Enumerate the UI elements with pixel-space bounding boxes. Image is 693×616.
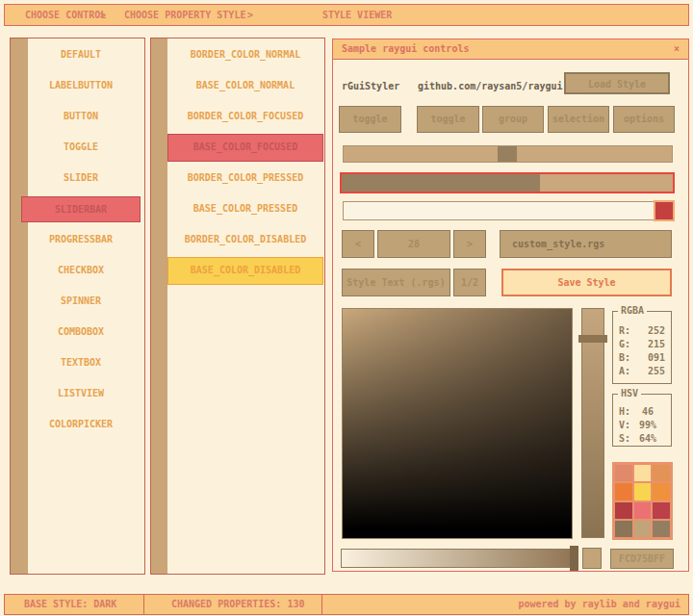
property-item-base-color-pressed[interactable]: BASE_COLOR_PRESSED — [167, 196, 323, 222]
save-style-button[interactable]: Save Style — [501, 269, 672, 296]
properties-list-panel: BORDER_COLOR_NORMAL BASE_COLOR_NORMAL BO… — [150, 38, 325, 575]
swatch[interactable] — [653, 502, 670, 519]
hsv-panel: HSV H:46 V:99% S:64% — [612, 394, 672, 447]
breadcrumb-style-viewer: STYLE VIEWER — [322, 5, 392, 25]
property-item-border-color-disabled[interactable]: BORDER_COLOR_DISABLED — [167, 227, 323, 253]
spinner-value[interactable]: 28 — [377, 230, 450, 258]
swatch[interactable] — [615, 465, 632, 481]
rgba-a-value: 255 — [648, 365, 665, 378]
hsv-s-label: S: — [619, 432, 630, 446]
sample-controls-window: Sample raygui controls × rGuiStyler gith… — [332, 38, 689, 572]
breadcrumb-separator-icon: > — [247, 5, 253, 25]
toggle-group-options[interactable]: options — [613, 106, 675, 133]
progress-bar — [340, 172, 675, 193]
style-text-button[interactable]: Style Text (.rgs) — [342, 269, 450, 296]
hex-color-input[interactable]: FCD75BFF — [610, 549, 674, 569]
breadcrumb-choose-property-style: CHOOSE PROPERTY STYLE — [124, 5, 245, 25]
breadcrumb-separator-icon: > — [100, 5, 106, 25]
hsv-h-label: H: — [619, 405, 630, 419]
alpha-slider[interactable] — [341, 549, 577, 568]
control-item-checkbox[interactable]: CHECKBOX — [21, 258, 141, 284]
progress-fill — [342, 174, 540, 192]
swatch[interactable] — [615, 483, 632, 500]
app-name-label: rGuiStyler — [342, 80, 399, 93]
swatch[interactable] — [634, 502, 652, 519]
top-status-bar: CHOOSE CONTROL > CHOOSE PROPERTY STYLE >… — [4, 4, 689, 26]
rgba-b-label: B: — [619, 351, 630, 365]
load-style-button[interactable]: Load Style — [564, 72, 670, 94]
toggle-button[interactable]: toggle — [339, 106, 401, 133]
hue-slider[interactable] — [581, 308, 604, 538]
rgba-g-value: 215 — [648, 338, 665, 351]
control-item-combobox[interactable]: COMBOBOX — [21, 320, 141, 346]
toggle-group-toggle[interactable]: toggle — [417, 106, 479, 133]
control-item-colorpicker[interactable]: COLORPICKER — [21, 412, 141, 438]
hsv-panel-title: HSV — [618, 388, 641, 398]
swatch[interactable] — [634, 483, 652, 500]
status-powered-by: powered by raylib and raygui — [321, 594, 689, 615]
rgba-r-label: R: — [619, 324, 630, 338]
control-item-progressbar[interactable]: PROGRESSBAR — [21, 227, 141, 253]
control-item-slider[interactable]: SLIDER — [21, 166, 141, 192]
alpha-slider-handle[interactable] — [570, 546, 578, 571]
swatch[interactable] — [615, 521, 632, 537]
property-item-border-color-normal[interactable]: BORDER_COLOR_NORMAL — [167, 42, 323, 68]
swatch[interactable] — [615, 502, 632, 519]
toggle-group-selection[interactable]: selection — [548, 106, 609, 133]
hsv-v-label: V: — [619, 419, 630, 432]
rgba-b-value: 091 — [648, 351, 665, 365]
controls-list-panel: DEFAULT LABELBUTTON BUTTON TOGGLE SLIDER… — [10, 38, 145, 575]
swatch[interactable] — [634, 465, 652, 481]
rgba-panel: RGBA R:252 G:215 B:091 A:255 — [612, 311, 672, 384]
swatch[interactable] — [653, 483, 670, 500]
status-changed-properties: CHANGED PROPERTIES: 130 — [143, 594, 322, 615]
slider-handle[interactable] — [498, 146, 517, 162]
selected-color-swatch — [582, 548, 602, 569]
control-item-textbox[interactable]: TEXTBOX — [21, 350, 141, 376]
rgba-r-value: 252 — [648, 324, 665, 338]
window-titlebar[interactable]: Sample raygui controls × — [333, 39, 688, 60]
swatch[interactable] — [653, 465, 670, 481]
rgba-panel-title: RGBA — [618, 305, 647, 316]
hsv-s-value: 64% — [639, 432, 656, 446]
spinner-decrement-button[interactable]: < — [342, 230, 374, 258]
control-item-spinner[interactable]: SPINNER — [21, 289, 141, 315]
control-item-listview[interactable]: LISTVIEW — [21, 381, 141, 407]
color-preview-button[interactable] — [654, 200, 675, 221]
swatch[interactable] — [634, 521, 652, 537]
spinner-increment-button[interactable]: > — [453, 230, 486, 258]
control-item-button[interactable]: BUTTON — [21, 104, 141, 130]
control-item-default[interactable]: DEFAULT — [21, 42, 141, 68]
property-item-base-color-disabled[interactable]: BASE_COLOR_DISABLED — [167, 257, 323, 285]
control-item-sliderbar[interactable]: SLIDERBAR — [21, 196, 141, 222]
property-item-border-color-focused[interactable]: BORDER_COLOR_FOCUSED — [167, 104, 323, 130]
control-item-toggle[interactable]: TOGGLE — [21, 135, 141, 161]
property-item-base-color-focused[interactable]: BASE_COLOR_FOCUSED — [167, 134, 323, 162]
hue-slider-handle[interactable] — [578, 335, 607, 343]
property-item-base-color-normal[interactable]: BASE_COLOR_NORMAL — [167, 73, 323, 99]
rgba-a-label: A: — [619, 365, 630, 378]
property-item-border-color-pressed[interactable]: BORDER_COLOR_PRESSED — [167, 166, 323, 192]
control-item-labelbutton[interactable]: LABELBUTTON — [21, 73, 141, 99]
status-base-style: BASE STYLE: DARK — [4, 594, 144, 615]
hsv-v-value: 99% — [639, 419, 656, 432]
close-icon[interactable]: × — [674, 39, 680, 59]
repo-link[interactable]: github.com/raysan5/raygui — [418, 80, 563, 93]
sample-textbox[interactable] — [343, 201, 656, 220]
filename-input[interactable]: custom_style.rgs — [500, 230, 672, 258]
properties-scrollbar[interactable] — [151, 38, 167, 574]
rgba-g-label: G: — [619, 338, 630, 351]
color-picker-square[interactable] — [342, 308, 573, 539]
window-title: Sample raygui controls — [342, 43, 469, 54]
swatch[interactable] — [653, 521, 670, 537]
hsv-h-value: 46 — [642, 405, 654, 419]
page-indicator-button[interactable]: 1/2 — [453, 269, 486, 296]
toggle-group-group[interactable]: group — [482, 106, 544, 133]
swatch-grid — [612, 462, 673, 540]
breadcrumb-choose-control: CHOOSE CONTROL — [25, 5, 106, 25]
slider[interactable] — [343, 145, 673, 163]
